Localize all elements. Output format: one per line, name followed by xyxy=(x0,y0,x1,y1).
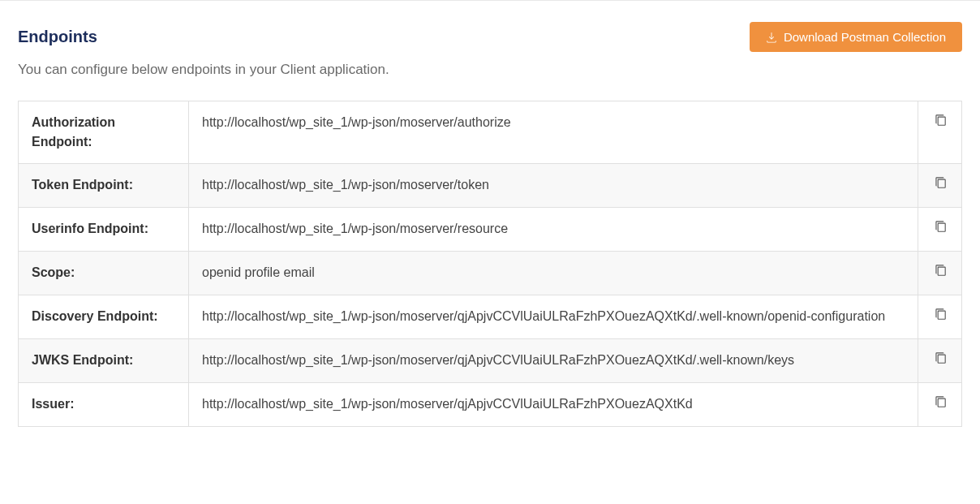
copy-icon[interactable] xyxy=(933,394,948,409)
copy-icon[interactable] xyxy=(933,175,948,190)
endpoint-value: http://localhost/wp_site_1/wp-json/moser… xyxy=(189,339,918,383)
endpoint-row: Scope:openid profile email xyxy=(19,252,962,295)
endpoint-value: http://localhost/wp_site_1/wp-json/moser… xyxy=(189,164,918,208)
endpoint-row: Token Endpoint:http://localhost/wp_site_… xyxy=(19,164,962,208)
endpoint-value: http://localhost/wp_site_1/wp-json/moser… xyxy=(189,383,918,427)
endpoint-row: Issuer:http://localhost/wp_site_1/wp-jso… xyxy=(19,383,962,427)
section-header: Endpoints Download Postman Collection xyxy=(18,22,962,52)
endpoint-value: http://localhost/wp_site_1/wp-json/moser… xyxy=(189,295,918,339)
copy-icon[interactable] xyxy=(933,263,948,278)
copy-cell xyxy=(918,383,962,427)
endpoint-row: Discovery Endpoint:http://localhost/wp_s… xyxy=(19,295,962,339)
endpoint-row: Userinfo Endpoint:http://localhost/wp_si… xyxy=(19,208,962,252)
endpoint-row: JWKS Endpoint:http://localhost/wp_site_1… xyxy=(19,339,962,383)
copy-cell xyxy=(918,164,962,208)
endpoints-panel: Endpoints Download Postman Collection Yo… xyxy=(0,0,980,445)
section-description: You can configure below endpoints in you… xyxy=(18,62,962,78)
endpoint-label: Scope: xyxy=(19,252,189,295)
copy-cell xyxy=(918,101,962,164)
endpoint-row: Authorization Endpoint:http://localhost/… xyxy=(19,101,962,164)
endpoint-label: Userinfo Endpoint: xyxy=(19,208,189,252)
endpoint-label: Token Endpoint: xyxy=(19,164,189,208)
copy-icon[interactable] xyxy=(933,113,948,127)
download-button-label: Download Postman Collection xyxy=(784,30,946,44)
endpoint-label: JWKS Endpoint: xyxy=(19,339,189,383)
copy-icon[interactable] xyxy=(933,307,948,321)
copy-cell xyxy=(918,208,962,252)
copy-icon[interactable] xyxy=(933,351,948,365)
download-postman-button[interactable]: Download Postman Collection xyxy=(750,22,962,52)
copy-icon[interactable] xyxy=(933,219,948,234)
download-icon xyxy=(766,32,777,43)
endpoint-value: http://localhost/wp_site_1/wp-json/moser… xyxy=(189,208,918,252)
copy-cell xyxy=(918,295,962,339)
copy-cell xyxy=(918,339,962,383)
copy-cell xyxy=(918,252,962,295)
endpoint-value: openid profile email xyxy=(189,252,918,295)
endpoint-label: Authorization Endpoint: xyxy=(19,101,189,164)
section-title: Endpoints xyxy=(18,28,97,46)
endpoints-table: Authorization Endpoint:http://localhost/… xyxy=(18,101,962,427)
endpoint-label: Discovery Endpoint: xyxy=(19,295,189,339)
endpoint-label: Issuer: xyxy=(19,383,189,427)
endpoint-value: http://localhost/wp_site_1/wp-json/moser… xyxy=(189,101,918,164)
